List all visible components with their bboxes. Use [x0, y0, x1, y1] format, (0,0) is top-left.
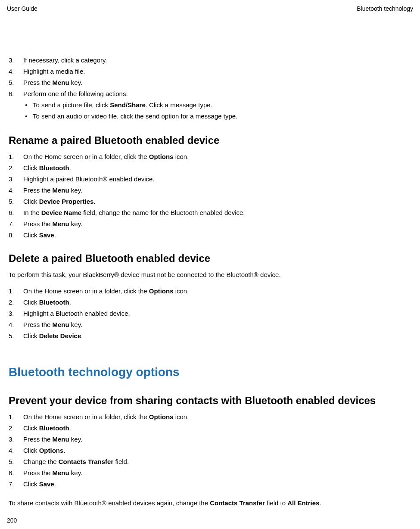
bold-term: Menu — [53, 79, 69, 86]
list-number: 7. — [9, 479, 18, 489]
list-item: 1.On the Home screen or in a folder, cli… — [9, 152, 411, 162]
list-item: 2.Click Bluetooth. — [9, 297, 411, 308]
list-item-content: Highlight a Bluetooth enabled device. — [18, 308, 411, 319]
section3-outro: To share contacts with Bluetooth® enable… — [9, 498, 411, 508]
section2-list: 1.On the Home screen or in a folder, cli… — [9, 286, 411, 341]
text-run: Change the — [23, 458, 59, 465]
text-run: Click — [23, 424, 39, 432]
list-item: 6.In the Device Name field, change the n… — [9, 208, 411, 218]
list-number: 5. — [9, 457, 18, 467]
list-item: 5.Change the Contacts Transfer field. — [9, 457, 411, 467]
list-item-text: Press the Menu key. — [23, 320, 411, 330]
list-item-content: Click Device Properties. — [18, 196, 411, 207]
text-run: Highlight a media file. — [23, 68, 85, 75]
list-item-content: Highlight a paired Bluetooth® enabled de… — [18, 174, 411, 184]
list-number: 3. — [9, 174, 18, 184]
list-item: 5.Press the Menu key. — [9, 78, 411, 88]
list-item: 8.Click Save. — [9, 230, 411, 240]
section1-heading: Rename a paired Bluetooth enabled device — [9, 134, 411, 146]
list-number: 1. — [9, 412, 18, 422]
list-item: 3.If necessary, click a category. — [9, 55, 411, 65]
list-item-text: Click Device Properties. — [23, 196, 411, 207]
list-item-content: Click Save. — [18, 479, 411, 489]
page-content: 3.If necessary, click a category.4.Highl… — [7, 55, 413, 508]
bold-term: Delete Device — [39, 332, 81, 339]
list-number: 7. — [9, 219, 18, 229]
text-run: Press the — [23, 469, 53, 476]
text-run: Press the — [23, 79, 53, 86]
bold-term: Bluetooth — [39, 299, 69, 306]
text-run: icon. — [173, 153, 189, 160]
list-item-text: On the Home screen or in a folder, click… — [23, 286, 411, 296]
bold-term: Options — [149, 413, 174, 420]
bold-term: Contacts Transfer — [59, 458, 114, 465]
list-item-text: Press the Menu key. — [23, 78, 411, 88]
list-item-content: If necessary, click a category. — [18, 55, 411, 65]
list-number: 6. — [9, 89, 18, 99]
list-item-text: Click Save. — [23, 230, 411, 240]
header-right: Bluetooth technology — [357, 5, 413, 12]
list-item-text: Press the Menu key. — [23, 434, 411, 445]
text-run: . — [63, 447, 65, 454]
bold-term: Bluetooth — [39, 424, 69, 432]
text-run: field. — [113, 458, 129, 465]
text-run: field to — [265, 499, 288, 507]
sub-bullet-list: •To send a picture file, click Send/Shar… — [23, 100, 411, 121]
text-run: Click — [23, 299, 39, 306]
list-item: 4.Press the Menu key. — [9, 320, 411, 330]
list-item-text: Click Bluetooth. — [23, 163, 411, 173]
bold-term: Menu — [53, 220, 69, 227]
list-item-text: Press the Menu key. — [23, 468, 411, 478]
list-item-content: Press the Menu key. — [18, 468, 411, 478]
list-item-text: Press the Menu key. — [23, 185, 411, 196]
text-run: . — [54, 231, 56, 239]
list-item: 3.Highlight a Bluetooth enabled device. — [9, 308, 411, 319]
text-run: . — [69, 299, 71, 306]
text-run: . Click a message type. — [146, 101, 212, 109]
page-header: User Guide Bluetooth technology — [7, 5, 413, 12]
section2-heading: Delete a paired Bluetooth enabled device — [9, 252, 411, 264]
list-number: 2. — [9, 163, 18, 173]
bold-term: Device Name — [41, 209, 81, 216]
list-number: 3. — [9, 434, 18, 445]
list-item: 6.Press the Menu key. — [9, 468, 411, 478]
text-run: . — [81, 332, 83, 339]
list-number: 6. — [9, 468, 18, 478]
list-number: 5. — [9, 196, 18, 207]
list-number: 3. — [9, 55, 18, 65]
text-run: icon. — [173, 287, 189, 295]
text-run: . — [54, 480, 56, 488]
list-item: 3.Press the Menu key. — [9, 434, 411, 445]
section2-intro: To perform this task, your BlackBerry® d… — [9, 270, 411, 280]
top-steps-list: 3.If necessary, click a category.4.Highl… — [9, 55, 411, 122]
list-item-text: Highlight a media file. — [23, 66, 411, 77]
bold-term: Device Properties — [39, 198, 94, 205]
text-run: key. — [69, 436, 83, 443]
text-run: On the Home screen or in a folder, click… — [23, 413, 149, 420]
text-run: To send a picture file, click — [33, 101, 110, 109]
page-number: 200 — [7, 517, 17, 524]
list-item-content: Click Bluetooth. — [18, 163, 411, 173]
list-item-text: Press the Menu key. — [23, 219, 411, 229]
text-run: . — [69, 164, 71, 171]
list-item-text: Click Delete Device. — [23, 331, 411, 341]
text-run: Press the — [23, 220, 53, 227]
text-run: field, change the name for the Bluetooth… — [81, 209, 245, 216]
list-number: 2. — [9, 423, 18, 433]
list-item-content: Press the Menu key. — [18, 185, 411, 196]
list-number: 6. — [9, 208, 18, 218]
list-item-content: On the Home screen or in a folder, click… — [18, 152, 411, 162]
text-run: icon. — [173, 413, 189, 420]
list-item: 7.Press the Menu key. — [9, 219, 411, 229]
header-left: User Guide — [7, 5, 37, 12]
list-item-content: On the Home screen or in a folder, click… — [18, 412, 411, 422]
text-run: Click — [23, 231, 39, 239]
bold-term: Options — [149, 153, 174, 160]
list-item-text: Highlight a Bluetooth enabled device. — [23, 308, 411, 319]
list-item-content: Perform one of the following actions:•To… — [18, 89, 411, 122]
list-item-content: Click Delete Device. — [18, 331, 411, 341]
list-item-content: Press the Menu key. — [18, 434, 411, 445]
major-section-title: Bluetooth technology options — [9, 365, 411, 379]
list-item-text: Click Bluetooth. — [23, 423, 411, 433]
list-item: 7.Click Save. — [9, 479, 411, 489]
